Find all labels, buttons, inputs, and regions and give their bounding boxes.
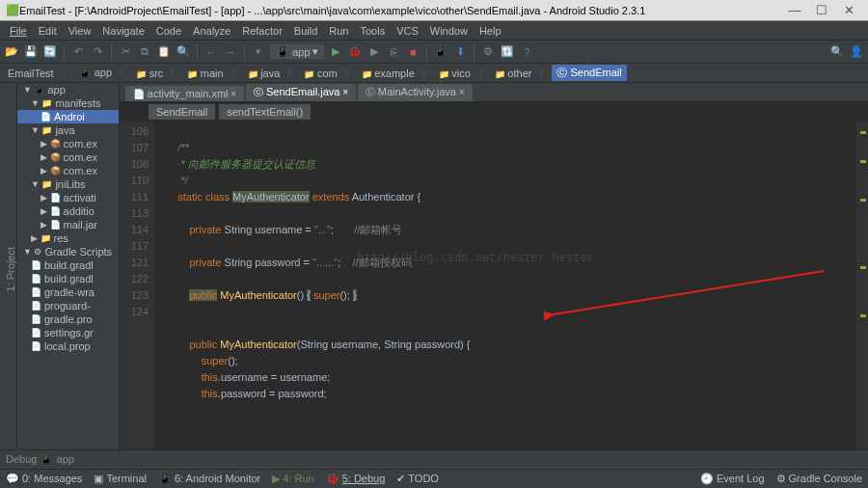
run-config-selector[interactable]: 📱 app ▾	[270, 44, 324, 59]
bottom-toolbar: 💬 0: Messages ▣ Terminal 📱 6: Android Mo…	[0, 469, 868, 488]
menu-help[interactable]: Help	[474, 25, 507, 37]
crumb-vico[interactable]: vico	[435, 67, 475, 80]
tree-jni[interactable]: ▼ 📁jniLibs	[17, 177, 119, 191]
tab-main-activity[interactable]: ⓒ MainActivity.java ×	[358, 84, 473, 101]
tree-manifests[interactable]: ▼ 📁manifests	[17, 96, 119, 110]
tree-gradle-wrapper[interactable]: 📄gradle-wra	[17, 285, 119, 299]
tree-pkg3[interactable]: ▶ 📦com.ex	[17, 164, 119, 177]
tree-app[interactable]: ▼ 📱app	[17, 83, 119, 96]
paste-icon[interactable]: 📋	[156, 44, 172, 60]
tool-gradle-console[interactable]: ⚙ Gradle Console	[776, 473, 862, 485]
tree-gradle-scripts[interactable]: ▼ ⚙Gradle Scripts	[17, 245, 119, 258]
project-tree[interactable]: ▼ 📱app ▼ 📁manifests 📄Androi ▼ 📁java ▶ 📦c…	[17, 83, 120, 449]
source-code[interactable]: /** * 向邮件服务器提交认证信息 */ static class MyAut…	[154, 122, 856, 449]
tool-messages[interactable]: 💬 0: Messages	[6, 473, 82, 485]
maximize-button[interactable]: ☐	[808, 3, 835, 17]
minimize-button[interactable]: —	[781, 3, 808, 17]
tool-todo[interactable]: ✔ TODO	[396, 473, 439, 485]
forward-icon[interactable]: →	[223, 44, 238, 60]
find-icon[interactable]: 🔍	[176, 44, 191, 60]
menu-file[interactable]: File	[4, 25, 33, 37]
user-icon[interactable]: 👤	[849, 44, 864, 60]
close-button[interactable]: ✕	[835, 3, 862, 17]
tree-res[interactable]: ▶ 📁res	[17, 231, 119, 245]
tree-activation[interactable]: ▶ 📄activati	[17, 191, 119, 204]
line-gutter: 106107108110111113114117121122123124	[120, 122, 154, 449]
bc-method[interactable]: sendTextEmail()	[219, 104, 311, 120]
debug-icon[interactable]: 🐞	[347, 44, 363, 60]
back-icon[interactable]: ←	[203, 44, 219, 60]
menu-edit[interactable]: Edit	[33, 25, 63, 37]
stop-icon[interactable]: ■	[405, 44, 420, 60]
main-toolbar: 📂 💾 🔄 ↶ ↷ ✂ ⧉ 📋 🔍 ← → ▾ 📱 app ▾ ▶ 🐞 ▶ ⎘ …	[0, 41, 868, 64]
tool-debug[interactable]: 🐞 5: Debug	[326, 473, 386, 485]
crumb-main[interactable]: main	[183, 67, 227, 80]
make-icon[interactable]: ▾	[251, 44, 266, 60]
tool-project[interactable]: 1: Project	[5, 247, 16, 291]
menu-run[interactable]: Run	[323, 25, 354, 37]
tree-pkg1[interactable]: ▶ 📦com.ex	[17, 137, 119, 150]
profile-icon[interactable]: ▶	[366, 44, 382, 60]
editor-breadcrumb: SendEmail sendTextEmail()	[120, 102, 868, 122]
tree-gradle-props[interactable]: 📄gradle.pro	[17, 312, 119, 326]
tool-terminal[interactable]: ▣ Terminal	[94, 473, 147, 485]
menu-bar: File Edit View Navigate Code Analyze Ref…	[0, 21, 868, 41]
crumb-java[interactable]: java	[244, 67, 285, 80]
crumb-src[interactable]: src	[132, 67, 167, 80]
bc-class[interactable]: SendEmail	[149, 104, 215, 120]
tool-event-log[interactable]: 🕘 Event Log	[700, 473, 765, 485]
open-icon[interactable]: 📂	[4, 44, 19, 60]
sdk-icon[interactable]: ⬇	[452, 44, 468, 60]
menu-navigate[interactable]: Navigate	[96, 25, 149, 37]
code-area[interactable]: 106107108110111113114117121122123124 /**…	[120, 122, 868, 449]
menu-build[interactable]: Build	[288, 25, 323, 37]
tree-pkg2[interactable]: ▶ 📦com.ex	[17, 150, 119, 164]
tool-run[interactable]: ▶ 4: Run	[272, 473, 313, 485]
tree-android-manifest[interactable]: 📄Androi	[17, 110, 119, 123]
tree-build-gradle-1[interactable]: 📄build.gradl	[17, 258, 119, 272]
tree-local-props[interactable]: 📄local.prop	[17, 339, 119, 353]
crumb-other[interactable]: other	[491, 67, 536, 80]
app-icon: 🟩	[6, 4, 19, 16]
tree-additional[interactable]: ▶ 📄additio	[17, 204, 119, 218]
editor-area: 📄 activity_main.xml × ⓒ SendEmail.java ×…	[120, 83, 868, 449]
tab-activity-main[interactable]: 📄 activity_main.xml ×	[125, 86, 244, 101]
undo-icon[interactable]: ↶	[70, 44, 86, 60]
menu-view[interactable]: View	[63, 25, 97, 37]
redo-icon[interactable]: ↷	[90, 44, 105, 60]
tree-proguard[interactable]: 📄proguard-	[17, 299, 119, 312]
copy-icon[interactable]: ⧉	[137, 44, 152, 60]
crumb-example[interactable]: example	[358, 67, 419, 80]
window-title: EmailTest - [F:\AndroidProject\EmailTest…	[19, 5, 781, 16]
debug-strip: Debug 📱 app	[0, 449, 868, 469]
crumb-com[interactable]: com	[300, 67, 340, 80]
search-everywhere-icon[interactable]: 🔍	[829, 44, 845, 60]
tree-build-gradle-2[interactable]: 📄build.gradl	[17, 272, 119, 285]
left-tool-gutter: 1: Project 7: Structure Captures 2: Favo…	[0, 83, 17, 449]
menu-vcs[interactable]: VCS	[391, 25, 424, 37]
tree-mailjar[interactable]: ▶ 📄mail.jar	[17, 218, 119, 231]
help-icon[interactable]: ?	[519, 44, 534, 60]
tab-send-email[interactable]: ⓒ SendEmail.java ×	[246, 84, 356, 101]
tree-settings[interactable]: 📄settings.gr	[17, 326, 119, 339]
cut-icon[interactable]: ✂	[118, 44, 133, 60]
tool-android-monitor[interactable]: 📱 6: Android Monitor	[158, 473, 260, 485]
menu-analyze[interactable]: Analyze	[187, 25, 236, 37]
sync-icon[interactable]: 🔄	[42, 44, 58, 60]
structure-icon[interactable]: ⚙	[480, 44, 496, 60]
tree-java[interactable]: ▼ 📁java	[17, 123, 119, 137]
crumb-file[interactable]: ⓒ SendEmail	[552, 65, 626, 81]
menu-tools[interactable]: Tools	[354, 25, 391, 37]
menu-window[interactable]: Window	[424, 25, 474, 37]
attach-icon[interactable]: ⎘	[386, 44, 401, 60]
avd-icon[interactable]: 📱	[433, 44, 448, 60]
save-icon[interactable]: 💾	[23, 44, 39, 60]
crumb-project[interactable]: EmailTest	[4, 67, 58, 80]
crumb-module[interactable]: 📱 app	[74, 66, 116, 80]
sync-gradle-icon[interactable]: 🔃	[500, 44, 515, 60]
menu-refactor[interactable]: Refactor	[236, 25, 288, 37]
right-marker-gutter[interactable]	[856, 122, 868, 449]
menu-code[interactable]: Code	[150, 25, 187, 37]
debug-label[interactable]: Debug 📱 app	[6, 453, 74, 466]
run-icon[interactable]: ▶	[328, 44, 343, 60]
